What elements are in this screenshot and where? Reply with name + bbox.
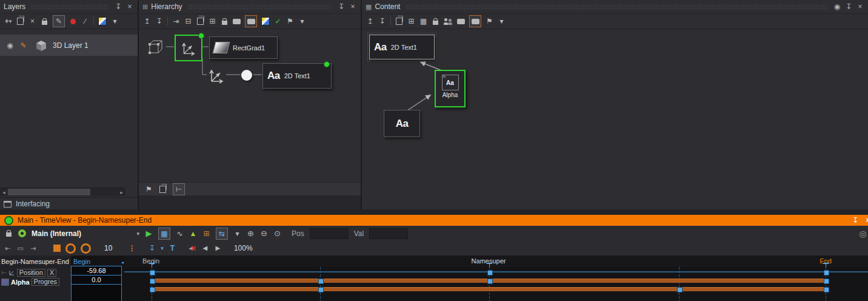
play-button[interactable]: ▶ (145, 229, 153, 238)
keyframe[interactable] (677, 287, 683, 293)
scroll-thumb[interactable] (8, 189, 90, 195)
loop-count[interactable]: 10 (104, 244, 112, 252)
mute-button[interactable]: ◀ × (189, 243, 196, 253)
add-layer-button[interactable]: +▾ (4, 16, 12, 26)
timeview-titlebar[interactable]: Main - TimeView - Begin-Namesuper-End ↧ … (0, 215, 868, 226)
duplicate-layer-button[interactable] (16, 16, 24, 26)
scroll-left-icon[interactable]: ◂ (0, 189, 8, 195)
axis-node-selected[interactable] (175, 35, 202, 61)
pos-input[interactable] (310, 228, 349, 239)
close-icon[interactable]: × (349, 2, 357, 11)
track-row-position[interactable]: ⊢ Position X (0, 268, 72, 277)
comment-button[interactable] (457, 16, 465, 26)
layers-more-dropdown[interactable]: ▾ (111, 16, 119, 26)
keyframe[interactable] (150, 279, 155, 284)
visibility-eye-icon[interactable]: ◉ (6, 41, 14, 50)
collapse-icon[interactable]: ◂ (121, 260, 124, 265)
position-value[interactable]: -59.68 (72, 266, 121, 276)
record-button[interactable] (69, 16, 77, 26)
content-panel-header[interactable]: ▦ Content ◉ ↧ × (362, 0, 868, 13)
track-row-alpha[interactable]: Alpha Progres (0, 277, 72, 286)
lock-timeview-button[interactable] (5, 229, 13, 238)
keyframe[interactable] (150, 270, 155, 276)
jump-begin-button[interactable]: ⇤ (4, 243, 12, 253)
import-button[interactable]: ↥ (143, 16, 151, 26)
bookmark-flag-button[interactable]: ⚑ (286, 16, 294, 26)
team-button[interactable] (444, 16, 453, 26)
keyframe[interactable] (150, 287, 155, 293)
pin-icon[interactable]: ↧ (337, 2, 346, 11)
comment-active-button[interactable] (469, 15, 481, 27)
time-marker[interactable] (149, 263, 155, 267)
layers-hscrollbar[interactable]: ◂ ▸ (0, 188, 125, 196)
timeline-ruler[interactable]: BeginNamesuperEnd (124, 255, 868, 267)
bookmark-dropdown[interactable]: ▾ (498, 16, 506, 26)
text2d-node[interactable]: Aa 2D Text1 (262, 63, 332, 89)
track-param[interactable]: X (47, 269, 56, 277)
close-icon[interactable]: × (856, 2, 864, 11)
safe-mode-button[interactable] (18, 229, 26, 238)
value-column-header[interactable]: Begin (73, 258, 90, 265)
sync-button[interactable]: ◎ (859, 229, 867, 238)
export-button[interactable]: ↧ (378, 16, 386, 26)
interfacing-tab[interactable]: Interfacing (0, 197, 145, 210)
stop-marker-button[interactable]: ▭ (16, 243, 24, 253)
line-tool-button[interactable]: ∕ (81, 16, 89, 26)
pin-icon[interactable]: ↧ (851, 216, 860, 225)
more-options-icon[interactable]: ⋮ (128, 243, 136, 253)
track-name[interactable]: Position (17, 269, 45, 277)
lock-button[interactable] (432, 16, 439, 26)
split-container-button[interactable]: ⊟ (184, 16, 192, 26)
val-input[interactable] (369, 228, 408, 239)
group-button[interactable]: ⊞ (407, 16, 415, 26)
range-dropdown[interactable]: ▾ (233, 229, 241, 238)
lock-node-button[interactable] (221, 16, 229, 26)
hierarchy-canvas[interactable]: RectGrad1 Aa 2D Text1 (139, 27, 361, 182)
keyframe[interactable] (824, 270, 829, 276)
bookmark-flag-button[interactable]: ⚑ (486, 16, 493, 26)
key-toggle-button[interactable]: ⊢ (173, 183, 185, 195)
keyframe[interactable] (824, 287, 829, 293)
timeline-tracks[interactable] (124, 267, 868, 301)
bookmark-flag-icon[interactable]: ⚑ (145, 184, 153, 194)
range-button[interactable]: ⇆ (216, 228, 228, 240)
time-marker[interactable] (487, 263, 492, 267)
snap-dropdown[interactable]: ▾ (161, 245, 164, 251)
grid-view-button[interactable]: ▦ (419, 16, 427, 26)
alpha-node-selected[interactable]: fx Aa Alpha (435, 70, 466, 107)
palette-button[interactable] (98, 16, 107, 26)
keyframe[interactable] (487, 270, 493, 276)
pin-icon[interactable]: ↧ (114, 2, 122, 11)
text2d-node[interactable]: Aa 2D Text1 (369, 35, 435, 59)
zoom-level[interactable]: 100% (234, 244, 253, 252)
track-bar-2[interactable] (152, 287, 826, 291)
edit-pencil-icon[interactable]: ✎ (19, 41, 27, 50)
track-line-0[interactable] (124, 271, 868, 272)
scene-tree-icon[interactable] (145, 36, 166, 57)
add-keyframe-button[interactable] (53, 243, 61, 253)
jump-end-button[interactable]: ⇥ (29, 243, 37, 253)
keyframe[interactable] (824, 279, 829, 284)
keyframe[interactable] (487, 279, 493, 284)
snap-keyframe-button[interactable]: ↧ (148, 243, 156, 253)
alpha-value[interactable]: 0.0 (72, 276, 121, 285)
content-canvas[interactable]: Aa 2D Text1 fx Aa Alpha Aa (362, 27, 868, 209)
import-button[interactable]: ↥ (366, 16, 374, 26)
director-dropdown[interactable]: Main (Internal) ▾ (32, 229, 139, 238)
material-node[interactable] (241, 70, 252, 81)
zoom-fit-button[interactable]: ⊙ (273, 229, 281, 238)
duplicate-node-button[interactable] (196, 16, 204, 26)
comment-button[interactable] (233, 16, 241, 26)
layer-row[interactable]: ◉ ✎ 3D Layer 1 (0, 35, 138, 56)
track-name[interactable]: Alpha (11, 279, 30, 286)
curve-editor-button[interactable]: ∿ (176, 229, 184, 238)
layers-panel-header[interactable]: Layers ↧ × (0, 0, 138, 13)
hierarchy-panel-header[interactable]: ⊞ Hierarchy ↧ × (139, 0, 361, 13)
comment-active-button[interactable] (245, 15, 257, 27)
keyframe-mode-button[interactable] (65, 243, 76, 253)
palette-button[interactable] (261, 16, 270, 26)
rectgrad-node[interactable]: RectGrad1 (209, 36, 278, 59)
next-frame-button[interactable]: ▶ (214, 243, 222, 253)
text-cursor-button[interactable]: T (169, 243, 176, 253)
close-icon[interactable]: × (864, 216, 868, 225)
